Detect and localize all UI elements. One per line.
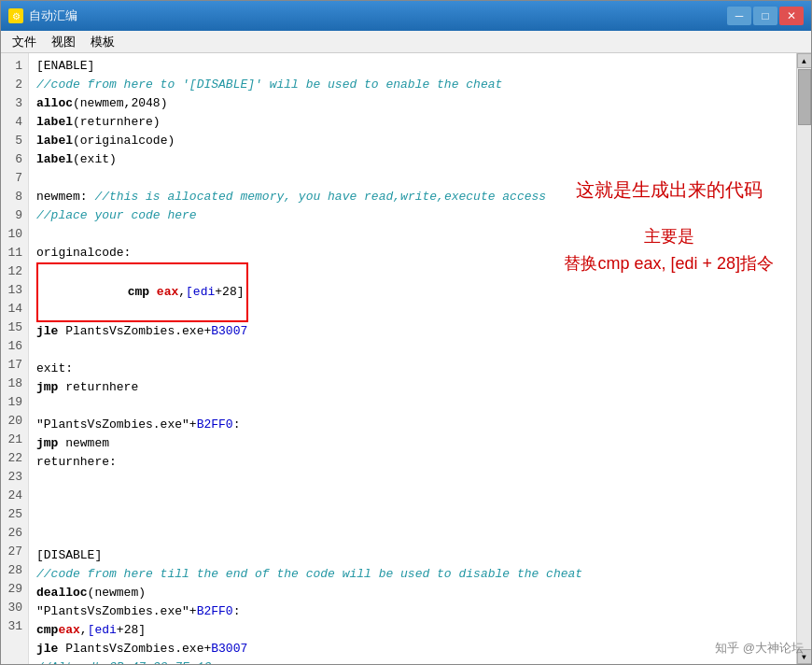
- line-num-5: 5: [1, 132, 28, 150]
- minimize-button[interactable]: ─: [727, 7, 751, 25]
- annotation-line2: 主要是 替换cmp eax, [edi + 28]指令: [564, 223, 774, 277]
- line-num-2: 2: [1, 76, 28, 94]
- line-num-20: 20: [1, 412, 28, 431]
- line-num-13: 13: [1, 281, 28, 300]
- code-scroll[interactable]: 1 2 3 4 5 6 7 8 9 10 11 12 13 14 15 16 1…: [1, 53, 796, 664]
- code-line-24: [29, 528, 796, 546]
- line-num-3: 3: [1, 94, 28, 113]
- line-num-26: 26: [1, 524, 28, 543]
- code-line-22: [29, 490, 796, 509]
- line-num-31: 31: [1, 617, 28, 636]
- line-num-22: 22: [1, 449, 28, 468]
- line-num-18: 18: [1, 375, 28, 393]
- code-area: 1 2 3 4 5 6 7 8 9 10 11 12 13 14 15 16 1…: [1, 53, 811, 664]
- line-num-11: 11: [1, 244, 28, 262]
- code-line-23: [29, 509, 796, 528]
- line-num-30: 30: [1, 599, 28, 617]
- code-line-27: dealloc(newmem): [29, 584, 796, 602]
- code-line-6: label(exit): [29, 150, 796, 169]
- line-num-10: 10: [1, 225, 28, 244]
- code-line-28: "PlantsVsZombies.exe"+B2FF0:: [29, 602, 796, 621]
- line-num-17: 17: [1, 356, 28, 375]
- title-bar-left: ⚙ 自动汇编: [8, 7, 77, 24]
- scrollbar-track[interactable]: [797, 68, 811, 649]
- code-line-18: "PlantsVsZombies.exe"+B2FF0:: [29, 416, 796, 434]
- menu-file[interactable]: 文件: [5, 32, 44, 52]
- code-line-3: alloc(newmem,2048): [29, 94, 796, 113]
- line-num-21: 21: [1, 431, 28, 449]
- code-line-1: [ENABLE]: [29, 57, 796, 76]
- line-num-24: 24: [1, 487, 28, 505]
- line-num-28: 28: [1, 561, 28, 580]
- title-bar: ⚙ 自动汇编 ─ □ ✕: [1, 1, 811, 31]
- menu-view[interactable]: 视图: [44, 32, 83, 52]
- code-line-31: //Alt: db 3B 47 28 7E 12: [29, 658, 796, 664]
- code-line-5: label(originalcode): [29, 132, 796, 150]
- line-num-7: 7: [1, 169, 28, 188]
- code-line-13: jle PlantsVsZombies.exe+B3007: [29, 322, 796, 341]
- code-line-30: jle PlantsVsZombies.exe+B3007: [29, 640, 796, 658]
- line-num-23: 23: [1, 468, 28, 487]
- line-num-19: 19: [1, 393, 28, 412]
- scrollbar-thumb[interactable]: [798, 69, 811, 125]
- annotation-overlay: 这就是生成出来的代码 主要是 替换cmp eax, [edi + 28]指令: [564, 175, 774, 277]
- line-num-4: 4: [1, 113, 28, 132]
- line-num-29: 29: [1, 580, 28, 599]
- code-line-26: //code from here till the end of the cod…: [29, 565, 796, 584]
- menu-template[interactable]: 模板: [83, 32, 122, 52]
- annotation-line1: 这就是生成出来的代码: [564, 175, 774, 205]
- line-num-12: 12: [1, 262, 28, 281]
- code-line-19: jmp newmem: [29, 434, 796, 453]
- line-num-8: 8: [1, 188, 28, 206]
- menu-bar: 文件 视图 模板: [1, 31, 811, 53]
- line-num-1: 1: [1, 57, 28, 76]
- app-icon: ⚙: [8, 8, 23, 23]
- close-button[interactable]: ✕: [779, 7, 804, 25]
- code-line-2: //code from here to '[DISABLE]' will be …: [29, 76, 796, 94]
- line-numbers: 1 2 3 4 5 6 7 8 9 10 11 12 13 14 15 16 1…: [1, 53, 29, 664]
- code-line-21: [29, 472, 796, 490]
- code-line-29: cmp eax,[edi+28]: [29, 621, 796, 640]
- scrollbar-up-arrow[interactable]: ▲: [797, 53, 812, 68]
- code-line-4: label(returnhere): [29, 113, 796, 132]
- line-num-14: 14: [1, 300, 28, 318]
- maximize-button[interactable]: □: [753, 7, 777, 25]
- code-line-16: jmp returnhere: [29, 378, 796, 397]
- cmp-instruction-box: cmp eax,[edi+28]: [36, 262, 248, 322]
- scrollbar[interactable]: ▲ ▼: [796, 53, 811, 664]
- code-line-15: exit:: [29, 360, 796, 378]
- line-num-15: 15: [1, 318, 28, 337]
- line-num-6: 6: [1, 150, 28, 169]
- code-content: [ENABLE] //code from here to '[DISABLE]'…: [29, 53, 796, 664]
- line-num-16: 16: [1, 337, 28, 356]
- code-line-20: returnhere:: [29, 453, 796, 472]
- line-num-27: 27: [1, 543, 28, 561]
- line-num-25: 25: [1, 505, 28, 524]
- watermark: 知乎 @大神论坛: [715, 640, 804, 657]
- code-line-14: [29, 341, 796, 360]
- title-controls: ─ □ ✕: [727, 7, 804, 25]
- code-line-25: [DISABLE]: [29, 546, 796, 565]
- line-num-9: 9: [1, 206, 28, 225]
- code-line-17: [29, 397, 796, 416]
- main-window: ⚙ 自动汇编 ─ □ ✕ 文件 视图 模板 1 2 3 4 5 6 7 8: [0, 0, 812, 665]
- window-title: 自动汇编: [29, 7, 77, 24]
